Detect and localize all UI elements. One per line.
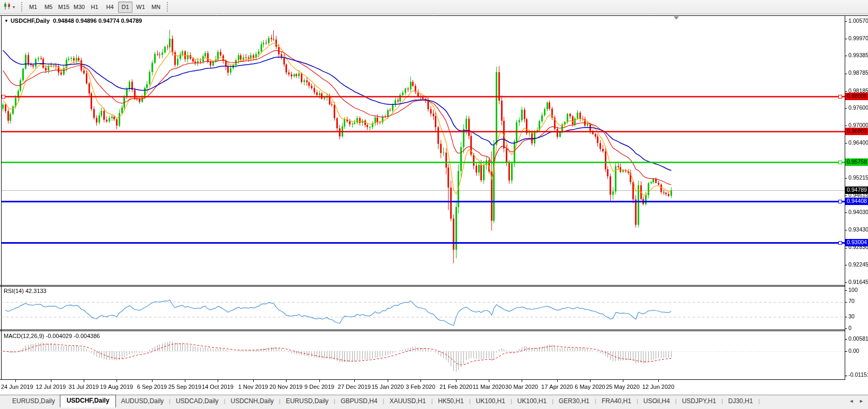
chart-tab-bar: EURUSD,DailyUSDCHF,DailyAUDUSD,Daily|USD… [0, 395, 868, 409]
chart-tabs: EURUSD,DailyUSDCHF,DailyAUDUSD,Daily|USD… [7, 395, 760, 407]
chart-tab-usdjpy-h1[interactable]: USDJPY,H1 [677, 396, 721, 407]
timeframe-button-mn[interactable]: MN [149, 2, 163, 13]
tab-scroll-right-button[interactable]: ► [859, 398, 864, 404]
timeframe-buttons: M1M5M15M30H1H4D1W1MN [25, 2, 164, 13]
toolbar-grip[interactable] [21, 2, 23, 12]
timeframe-button-h1[interactable]: H1 [87, 2, 102, 13]
timeframe-button-m5[interactable]: M5 [41, 2, 56, 13]
chart-tool-cluster[interactable]: ▾ [0, 2, 18, 12]
tab-scroll-left-button[interactable]: ◄ [849, 398, 854, 404]
chart-surface[interactable] [0, 0, 868, 409]
chevron-down-icon[interactable]: ▾ [13, 5, 15, 10]
chart-tab-usoil-h4[interactable]: USOil,H4 [639, 396, 675, 407]
chart-tab-xauusd-h1[interactable]: XAUUSD,H1 [384, 396, 431, 407]
chart-tab-usdchf-daily[interactable]: USDCHF,Daily [60, 395, 117, 407]
mt4-window: ▾ M1M5M15M30H1H4D1W1MN ▼USDCHF,Daily 0.9… [0, 0, 868, 409]
chart-tab-hk50-h1[interactable]: HK50,H1 [433, 396, 469, 407]
candlestick-tool-icon[interactable] [3, 2, 12, 12]
chart-tab-gbpusd-h4[interactable]: GBPUSD,H4 [336, 396, 382, 407]
chart-tab-dj30-h1[interactable]: DJ30,H1 [723, 396, 758, 407]
timeframe-button-h4[interactable]: H4 [103, 2, 117, 13]
chart-tab-ger30-h1[interactable]: GER30,H1 [554, 396, 594, 407]
tab-scroll-arrows: ◄ ► [849, 398, 864, 404]
chart-tab-eurusd-daily[interactable]: EURUSD,Daily [281, 396, 334, 407]
chart-tab-uk100-h1[interactable]: UK100,H1 [513, 396, 551, 407]
chart-tab-eurusd-daily[interactable]: EURUSD,Daily [7, 396, 60, 407]
chart-tab-audusd-daily[interactable]: AUDUSD,Daily [116, 396, 168, 407]
timeframe-button-m1[interactable]: M1 [26, 2, 40, 13]
timeframe-button-m15[interactable]: M15 [57, 2, 71, 13]
timeframe-button-d1[interactable]: D1 [118, 2, 132, 13]
chart-tab-fra40-h1[interactable]: FRA40,H1 [597, 396, 636, 407]
timeframe-toolbar: ▾ M1M5M15M30H1H4D1W1MN [0, 0, 868, 14]
timeframe-button-m30[interactable]: M30 [72, 2, 86, 13]
chart-tab-uk100-h1[interactable]: UK100,H1 [471, 396, 510, 407]
chart-tab-usdcnh-daily[interactable]: USDCNH,Daily [226, 396, 278, 407]
chart-tab-usdcad-daily[interactable]: USDCAD,Daily [171, 396, 223, 407]
toolbar-grip[interactable] [166, 2, 168, 12]
tab-separator: | [758, 398, 760, 404]
timeframe-button-w1[interactable]: W1 [133, 2, 148, 13]
